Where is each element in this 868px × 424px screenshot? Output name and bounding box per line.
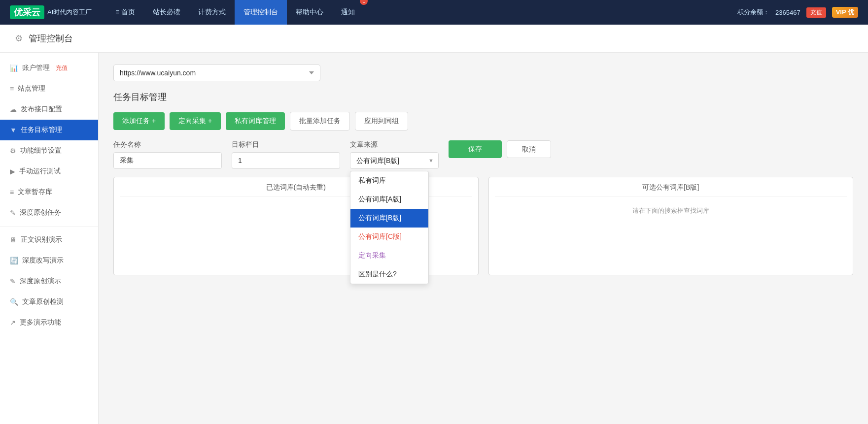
publish-icon: ☁ xyxy=(10,105,17,113)
account-recharge-link[interactable]: 充值 xyxy=(56,64,68,72)
sidebar-item-text-demo[interactable]: 🖥 正文识别演示 xyxy=(0,229,98,250)
top-navigation: 优采云 AI时代内容工厂 ≡ 首页 站长必读 计费方式 管理控制台 帮助中心 通… xyxy=(0,0,868,25)
sidebar-item-publish[interactable]: ☁ 发布接口配置 xyxy=(0,99,98,120)
available-lib-box: 可选公有词库[B版] 请在下面的搜索框查找词库 xyxy=(488,177,854,275)
available-lib-hint: 请在下面的搜索框查找词库 xyxy=(495,206,847,215)
url-select[interactable]: https://www.ucaiyun.com xyxy=(113,65,320,81)
sidebar-divider xyxy=(0,226,98,227)
text-demo-icon: 🖥 xyxy=(10,236,17,244)
site-icon: ≡ xyxy=(10,85,14,93)
task-name-input[interactable] xyxy=(113,152,222,169)
batch-add-button[interactable]: 批量添加任务 xyxy=(290,112,350,130)
form-row: 任务名称 目标栏目 文章来源 公有词库[B版] ▼ 私有词库 公有词库[A版] xyxy=(113,140,853,169)
private-lib-button[interactable]: 私有词库管理 xyxy=(226,112,285,130)
score-label: 积分余额： xyxy=(737,8,769,17)
source-label: 文章来源 xyxy=(350,140,439,149)
sidebar-label-account: 账户管理 xyxy=(22,64,50,72)
logo[interactable]: 优采云 AI时代内容工厂 xyxy=(10,5,92,19)
nav-pricing[interactable]: 计费方式 xyxy=(189,0,235,25)
dropdown-private-lib[interactable]: 私有词库 xyxy=(350,171,428,190)
save-button[interactable]: 保存 xyxy=(449,140,502,158)
nav-dashboard[interactable]: 管理控制台 xyxy=(235,0,287,25)
sidebar-label-text-demo: 正文识别演示 xyxy=(21,235,62,244)
page-header: ⚙ 管理控制台 xyxy=(0,25,868,53)
account-icon: 📊 xyxy=(10,64,18,72)
sidebar-label-task: 任务目标管理 xyxy=(21,126,62,134)
nav-home[interactable]: ≡ 首页 xyxy=(106,0,144,25)
library-columns: 已选词库(自动去重) 可选公有词库[B版] 请在下面的搜索框查找词库 xyxy=(113,177,853,275)
settings-icon2: ⚙ xyxy=(10,147,16,155)
recharge-button[interactable]: 充值 xyxy=(806,7,826,18)
directed-collect-button[interactable]: 定向采集 + xyxy=(170,112,221,130)
check-icon: 🔍 xyxy=(10,298,18,306)
notification-badge: 1 xyxy=(360,0,368,5)
logo-subtitle: AI时代内容工厂 xyxy=(47,8,92,17)
source-dropdown: 私有词库 公有词库[A版] 公有词库[B版] 公有词库[C版] 定向采集 区别是… xyxy=(350,171,429,284)
sidebar-item-settings[interactable]: ⚙ 功能细节设置 xyxy=(0,140,98,161)
sidebar-item-account[interactable]: 📊 账户管理 充值 xyxy=(0,58,98,78)
sidebar-label-more: 更多演示功能 xyxy=(20,318,61,327)
dropdown-public-b[interactable]: 公有词库[B版] xyxy=(350,209,428,228)
original-task-icon: ✎ xyxy=(10,209,16,217)
dropdown-public-c[interactable]: 公有词库[C版] xyxy=(350,228,428,246)
sidebar-item-draft[interactable]: ≡ 文章暂存库 xyxy=(0,182,98,202)
sidebar-item-rewrite-demo[interactable]: 🔄 深度改写演示 xyxy=(0,250,98,271)
logo-text: 优采云 xyxy=(10,5,44,19)
sidebar-item-task[interactable]: ▼ 任务目标管理 xyxy=(0,120,98,140)
more-icon: ↗ xyxy=(10,319,16,326)
task-name-group: 任务名称 xyxy=(113,140,222,169)
sidebar-item-original-task[interactable]: ✎ 深度原创任务 xyxy=(0,202,98,223)
score-value: 2365467 xyxy=(775,9,800,16)
draft-icon: ≡ xyxy=(10,188,14,196)
apply-group-button[interactable]: 应用到同组 xyxy=(355,112,408,130)
sidebar-item-original-demo[interactable]: ✎ 深度原创演示 xyxy=(0,271,98,292)
sidebar-item-check[interactable]: 🔍 文章原创检测 xyxy=(0,292,98,312)
sidebar-label-rewrite-demo: 深度改写演示 xyxy=(22,256,64,265)
nav-items: ≡ 首页 站长必读 计费方式 管理控制台 帮助中心 通知 1 xyxy=(106,0,737,25)
sidebar-label-original-task: 深度原创任务 xyxy=(20,208,61,217)
source-group: 文章来源 公有词库[B版] ▼ 私有词库 公有词库[A版] 公有词库[B版] 公… xyxy=(350,140,439,169)
sidebar-item-more[interactable]: ↗ 更多演示功能 xyxy=(0,312,98,333)
action-buttons-group: 保存 取消 xyxy=(449,140,551,158)
sidebar-label-original-demo: 深度原创演示 xyxy=(20,277,61,286)
target-col-input[interactable] xyxy=(232,152,340,169)
topnav-right: 积分余额： 2365467 充值 VIP 优 xyxy=(737,7,858,18)
cancel-button[interactable]: 取消 xyxy=(507,140,551,158)
original-demo-icon: ✎ xyxy=(10,277,16,285)
main-layout: 📊 账户管理 充值 ≡ 站点管理 ☁ 发布接口配置 ▼ 任务目标管理 ⚙ 功能细… xyxy=(0,53,868,424)
dropdown-directed[interactable]: 定向采集 xyxy=(350,246,428,265)
dropdown-difference[interactable]: 区别是什么? xyxy=(350,265,428,284)
sidebar-label-draft: 文章暂存库 xyxy=(18,188,52,196)
sidebar-label-settings: 功能细节设置 xyxy=(20,146,62,155)
url-bar-wrapper: https://www.ucaiyun.com xyxy=(113,65,853,81)
sidebar-label-check: 文章原创检测 xyxy=(22,297,64,306)
settings-icon: ⚙ xyxy=(15,33,23,44)
source-select[interactable]: 公有词库[B版] xyxy=(350,152,439,169)
section-title: 任务目标管理 xyxy=(113,91,853,103)
page-title: 管理控制台 xyxy=(29,33,73,44)
toolbar: 添加任务 + 定向采集 + 私有词库管理 批量添加任务 应用到同组 xyxy=(113,112,853,130)
vip-badge: VIP 优 xyxy=(832,7,858,18)
sidebar: 📊 账户管理 充值 ≡ 站点管理 ☁ 发布接口配置 ▼ 任务目标管理 ⚙ 功能细… xyxy=(0,53,99,424)
sidebar-label-site: 站点管理 xyxy=(18,84,45,93)
dropdown-public-a[interactable]: 公有词库[A版] xyxy=(350,190,428,209)
nav-notification[interactable]: 通知 1 xyxy=(332,0,364,25)
nav-help[interactable]: 帮助中心 xyxy=(287,0,332,25)
nav-required[interactable]: 站长必读 xyxy=(144,0,189,25)
source-select-wrap: 公有词库[B版] ▼ 私有词库 公有词库[A版] 公有词库[B版] 公有词库[C… xyxy=(350,152,439,169)
task-name-label: 任务名称 xyxy=(113,140,222,149)
sidebar-label-publish: 发布接口配置 xyxy=(21,105,62,114)
rewrite-demo-icon: 🔄 xyxy=(10,257,18,264)
main-content: https://www.ucaiyun.com 任务目标管理 添加任务 + 定向… xyxy=(99,53,868,424)
sidebar-item-site[interactable]: ≡ 站点管理 xyxy=(0,78,98,99)
target-col-label: 目标栏目 xyxy=(232,140,340,149)
task-icon: ▼ xyxy=(10,126,17,134)
target-col-group: 目标栏目 xyxy=(232,140,340,169)
sidebar-item-manual[interactable]: ▶ 手动运行测试 xyxy=(0,161,98,182)
add-task-button[interactable]: 添加任务 + xyxy=(113,112,165,130)
manual-icon: ▶ xyxy=(10,167,15,175)
sidebar-label-manual: 手动运行测试 xyxy=(19,167,61,176)
available-lib-title: 可选公有词库[B版] xyxy=(495,183,847,196)
